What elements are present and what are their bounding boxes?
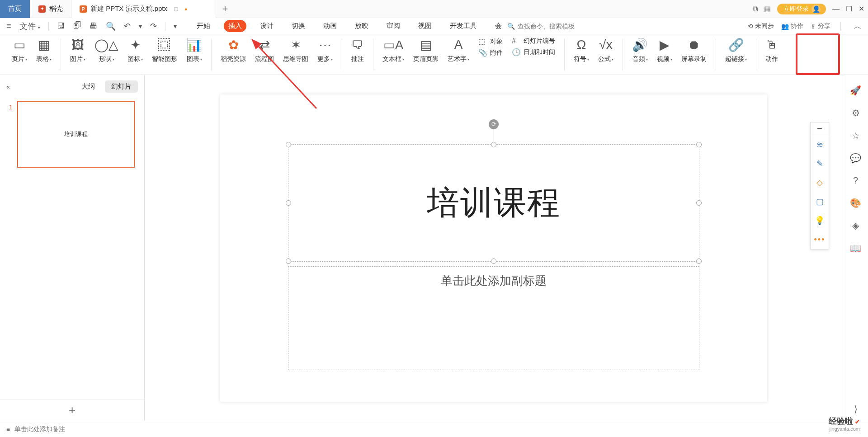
screen-record-button[interactable]: ⏺屏幕录制 bbox=[677, 34, 711, 65]
redo-icon[interactable]: ↷ bbox=[147, 19, 160, 33]
print-preview-icon[interactable]: 🔍 bbox=[103, 19, 118, 33]
tab-design[interactable]: 设计 bbox=[255, 20, 278, 32]
minimize-button[interactable]: — bbox=[832, 5, 840, 13]
tab-document[interactable]: P 新建 PPTX 演示文稿.pptx ▢ ● bbox=[71, 0, 216, 18]
share-button[interactable]: ⇪分享 bbox=[811, 22, 830, 30]
object-button[interactable]: ⬚对象 bbox=[478, 37, 503, 46]
maximize-button[interactable]: ☐ bbox=[846, 5, 852, 13]
command-search[interactable]: 🔍 bbox=[507, 23, 590, 30]
title-text[interactable]: 培训课程 bbox=[427, 181, 561, 225]
tab-insert[interactable]: 插入 bbox=[224, 20, 246, 32]
resize-handle[interactable] bbox=[696, 200, 702, 206]
rocket-icon[interactable]: 🚀 bbox=[850, 85, 861, 96]
tab-home[interactable]: 首页 bbox=[0, 0, 30, 18]
more-button[interactable]: ⋯更多▾ bbox=[313, 34, 337, 65]
outline-tab[interactable]: 大纲 bbox=[75, 80, 101, 93]
frame-tool[interactable]: ▢ bbox=[811, 192, 829, 211]
qa-dd-icon[interactable]: ▾ bbox=[171, 21, 179, 32]
icon-button[interactable]: ✦图标▾ bbox=[123, 34, 147, 65]
collab-button[interactable]: 👥协作 bbox=[781, 22, 803, 30]
shape-tool[interactable]: ◇ bbox=[811, 173, 829, 192]
undo-icon[interactable]: ↶ bbox=[121, 19, 133, 33]
sliders-icon[interactable]: ⚙ bbox=[852, 108, 860, 118]
resize-handle[interactable] bbox=[286, 142, 291, 147]
header-footer-button[interactable]: ▤页眉页脚 bbox=[409, 34, 443, 65]
subtitle-textbox[interactable]: 单击此处添加副标题 bbox=[288, 266, 699, 370]
palette-icon[interactable]: 🎨 bbox=[850, 197, 861, 208]
search-input[interactable] bbox=[518, 23, 590, 30]
star-icon[interactable]: ☆ bbox=[852, 130, 860, 141]
idea-tool[interactable]: 💡 bbox=[811, 211, 829, 230]
audio-button[interactable]: 🔊音频▾ bbox=[627, 34, 652, 65]
save-icon[interactable]: 🖫 bbox=[54, 19, 68, 33]
present-icon[interactable]: ▢ bbox=[174, 6, 178, 12]
subtitle-placeholder[interactable]: 单击此处添加副标题 bbox=[441, 274, 547, 287]
collapse-right-icon[interactable]: ⟩ bbox=[854, 404, 858, 414]
smartart-button[interactable]: ⿴智能图形 bbox=[147, 34, 182, 65]
chat-icon[interactable]: 💬 bbox=[850, 153, 861, 164]
video-button[interactable]: ▶视频▾ bbox=[652, 34, 677, 65]
symbol-button[interactable]: Ω符号▾ bbox=[569, 34, 594, 65]
picture-button[interactable]: 🖼图片▾ bbox=[66, 34, 90, 65]
diamond-rr-icon[interactable]: ◈ bbox=[852, 220, 859, 231]
chart-button[interactable]: 📊图表▾ bbox=[182, 34, 207, 65]
book-icon[interactable]: 📖 bbox=[850, 243, 861, 254]
slide-thumbnail[interactable]: 培训课程 bbox=[17, 101, 135, 168]
tab-view[interactable]: 视图 bbox=[414, 20, 436, 32]
title-textbox[interactable]: ⟳ 培训课程 bbox=[288, 144, 699, 262]
wordart-button[interactable]: A艺术字▾ bbox=[443, 34, 474, 65]
action-button[interactable]: 🖱动作 bbox=[761, 34, 783, 65]
resize-handle[interactable] bbox=[286, 258, 291, 264]
mindmap-button[interactable]: ✶思维导图 bbox=[278, 34, 313, 65]
tab-docks[interactable]: ✦ 稻壳 bbox=[30, 0, 71, 18]
tab-slideshow[interactable]: 放映 bbox=[350, 20, 373, 32]
add-tab-button[interactable]: + bbox=[216, 3, 234, 15]
pen-tool[interactable]: ✎ bbox=[811, 154, 829, 173]
tab-review[interactable]: 审阅 bbox=[382, 20, 405, 32]
slides-tab[interactable]: 幻灯片 bbox=[105, 80, 138, 93]
add-slide-button[interactable]: + bbox=[0, 399, 144, 421]
collapse-panel-icon[interactable]: « bbox=[6, 83, 10, 90]
slide-canvas-area[interactable]: ⟳ 培训课程 单击此处添加副标题 − ≋ ✎ ◇ ▢ 💡 ••• bbox=[145, 75, 843, 421]
file-menu[interactable]: 文件 ▾ bbox=[17, 19, 43, 33]
tab-more[interactable]: 会 bbox=[491, 20, 506, 32]
window-layout-icon[interactable]: ⧉ bbox=[753, 5, 758, 13]
comment-button[interactable]: 🗨批注 bbox=[347, 34, 368, 65]
resize-handle[interactable] bbox=[286, 200, 291, 206]
help-icon[interactable]: ? bbox=[853, 175, 858, 186]
resize-handle[interactable] bbox=[696, 142, 702, 147]
layer-tool[interactable]: ≋ bbox=[811, 135, 829, 154]
notes-toggle-icon[interactable]: ≡ bbox=[6, 426, 10, 433]
tab-devtools[interactable]: 开发工具 bbox=[445, 20, 481, 32]
collapse-tool-icon[interactable]: − bbox=[811, 122, 829, 135]
attachment-button[interactable]: 📎附件 bbox=[478, 48, 503, 57]
tab-transition[interactable]: 切换 bbox=[287, 20, 310, 32]
hamburger-icon[interactable]: ≡ bbox=[4, 19, 14, 33]
table-button[interactable]: ▦ 表格▾ bbox=[32, 34, 56, 65]
apps-icon[interactable]: ▦ bbox=[764, 5, 771, 13]
undo-dd-icon[interactable]: ▾ bbox=[136, 21, 145, 32]
textbox-button[interactable]: ▭A文本框▾ bbox=[378, 34, 409, 65]
slide-canvas[interactable]: ⟳ 培训课程 单击此处添加副标题 bbox=[220, 94, 767, 402]
close-button[interactable]: ✕ bbox=[859, 5, 864, 13]
tab-start[interactable]: 开始 bbox=[192, 20, 215, 32]
notes-placeholder[interactable]: 单击此处添加备注 bbox=[14, 425, 65, 433]
flowchart-button[interactable]: ⇄流程图 bbox=[250, 34, 278, 65]
new-slide-button[interactable]: ▭ 页片▾ bbox=[7, 34, 32, 65]
resize-handle[interactable] bbox=[491, 142, 496, 147]
rotate-handle-icon[interactable]: ⟳ bbox=[489, 119, 499, 129]
resize-handle[interactable] bbox=[696, 258, 702, 264]
collapse-ribbon-icon[interactable]: ︿ bbox=[851, 19, 864, 33]
login-button[interactable]: 立即登录 👤 bbox=[777, 4, 826, 14]
hyperlink-button[interactable]: 🔗超链接▾ bbox=[721, 34, 751, 65]
shape-button[interactable]: ◯△形状▾ bbox=[90, 34, 123, 65]
save-as-icon[interactable]: 🗐 bbox=[71, 19, 84, 33]
resize-handle[interactable] bbox=[491, 258, 496, 264]
tab-animation[interactable]: 动画 bbox=[319, 20, 341, 32]
resources-button[interactable]: ✿稻壳资源 bbox=[216, 34, 250, 65]
formula-button[interactable]: √x公式▾ bbox=[594, 34, 618, 65]
sync-status[interactable]: ⟲未同步 bbox=[748, 22, 774, 30]
slide-number-button[interactable]: #幻灯片编号 bbox=[512, 37, 555, 45]
more-tool[interactable]: ••• bbox=[811, 230, 829, 249]
datetime-button[interactable]: 🕒日期和时间 bbox=[512, 48, 555, 56]
